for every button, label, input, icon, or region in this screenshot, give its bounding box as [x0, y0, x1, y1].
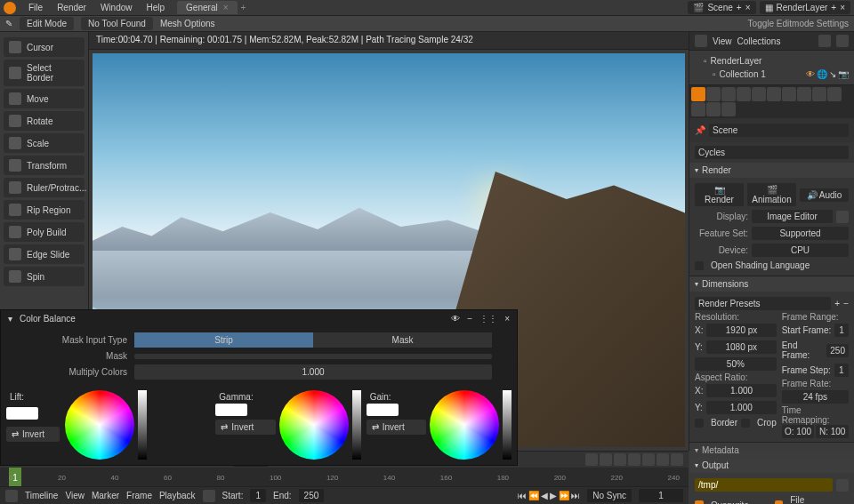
crop-checkbox[interactable] — [741, 419, 750, 428]
section-dimensions[interactable]: Dimensions — [689, 276, 854, 292]
tool-rip-region[interactable]: Rip Region — [4, 200, 85, 220]
jump-end-icon[interactable]: ⏭ — [571, 491, 580, 500]
shading-rendered-icon[interactable] — [671, 453, 683, 466]
play-reverse-icon[interactable]: ◀ — [541, 491, 548, 500]
menu-render[interactable]: Render — [50, 1, 93, 14]
globe-icon[interactable]: 🌐 — [817, 69, 827, 79]
tab-render[interactable] — [691, 87, 705, 101]
mode-selector[interactable]: Edit Mode — [20, 17, 74, 30]
gain-swatch[interactable] — [367, 404, 399, 416]
outliner-item[interactable]: ▫ Collection 1 👁 🌐 ↘ 📷 — [695, 68, 849, 81]
tab-world[interactable] — [752, 87, 766, 101]
eye-icon[interactable]: 👁 — [451, 314, 460, 324]
tool-transform[interactable]: Transform — [4, 156, 85, 175]
timeline[interactable]: 1 020406080100120140160180200220240 — [0, 468, 689, 487]
camera-icon[interactable]: 📷 — [838, 69, 849, 79]
tab-viewlayer[interactable] — [721, 87, 736, 101]
strip-button[interactable]: Strip — [134, 332, 313, 348]
remove-icon[interactable]: − — [843, 299, 849, 308]
overlay-icon[interactable] — [585, 453, 598, 466]
add-icon[interactable]: + — [834, 299, 840, 308]
close-icon[interactable]: × — [504, 314, 510, 324]
tool-select-border[interactable]: Select Border — [4, 60, 85, 86]
pin-icon[interactable]: 📌 — [695, 125, 705, 135]
mask-button[interactable]: Mask — [313, 332, 492, 348]
osl-checkbox[interactable] — [695, 261, 704, 270]
tool-ruler[interactable]: Ruler/Protrac... — [4, 178, 85, 197]
output-path[interactable]: /tmp/ — [695, 478, 833, 492]
lock-icon[interactable] — [836, 211, 849, 223]
grip-icon[interactable]: ⋮⋮ — [479, 314, 497, 324]
pivot-icon[interactable] — [614, 453, 626, 466]
tab-data[interactable] — [691, 102, 705, 116]
eye-icon[interactable]: 👁 — [806, 69, 815, 79]
shading-solid-icon[interactable] — [642, 453, 655, 466]
sync-mode[interactable]: No Sync — [587, 489, 632, 502]
tab-particles[interactable] — [797, 87, 811, 101]
render-engine[interactable]: Cycles — [695, 146, 849, 159]
multiply-slider[interactable]: 1.000 — [134, 364, 492, 380]
outliner-icon[interactable] — [695, 35, 707, 47]
tool-poly-build[interactable]: Poly Build — [4, 222, 85, 242]
editor-type-icon[interactable] — [5, 490, 18, 502]
close-icon[interactable]: × — [223, 3, 229, 12]
menu-help[interactable]: Help — [140, 1, 173, 14]
add-workspace-button[interactable]: + — [241, 3, 246, 12]
jump-start-icon[interactable]: ⏮ — [518, 491, 527, 500]
frame-start[interactable]: 1 — [834, 324, 849, 337]
outliner-collections[interactable]: Collections — [737, 36, 781, 46]
menu-file[interactable]: File — [21, 1, 50, 14]
gain-wheel[interactable] — [430, 390, 499, 460]
audio-button[interactable]: 🔊 Audio — [800, 188, 849, 202]
remove-icon[interactable]: − — [467, 314, 472, 324]
current-frame[interactable]: 1 — [639, 489, 683, 502]
gain-invert[interactable]: ⇄Invert — [367, 420, 426, 435]
snap-icon[interactable] — [600, 453, 612, 466]
fps[interactable]: 24 fps — [782, 390, 849, 404]
workspace-tab[interactable]: General × — [177, 1, 237, 14]
section-render[interactable]: Render — [689, 163, 854, 178]
res-x[interactable]: 1920 px — [706, 324, 776, 337]
frame-step[interactable]: 1 — [834, 364, 849, 377]
section-output[interactable]: Output — [689, 458, 854, 473]
active-tool[interactable]: No Tool Found — [81, 17, 153, 30]
keyframe-next-icon[interactable]: ⏩ — [559, 491, 569, 500]
autokey-icon[interactable] — [203, 490, 215, 502]
end-frame-field[interactable]: 250 — [299, 489, 325, 502]
tab-texture[interactable] — [721, 102, 736, 116]
tab-physics[interactable] — [812, 87, 826, 101]
play-icon[interactable]: ▶ — [550, 491, 557, 500]
shading-lookdev-icon[interactable] — [657, 453, 669, 466]
section-metadata[interactable]: Metadata — [689, 443, 854, 458]
scene-name[interactable]: Scene — [709, 124, 849, 137]
start-frame-field[interactable]: 1 — [250, 489, 266, 502]
overwrite-checkbox[interactable] — [695, 500, 704, 504]
tab-output[interactable] — [706, 87, 721, 101]
add-icon[interactable]: + — [831, 3, 836, 12]
render-button[interactable]: 📷 Render — [695, 183, 744, 206]
menu-frame[interactable]: Frame — [126, 491, 152, 500]
close-icon[interactable]: × — [840, 3, 845, 12]
add-icon[interactable]: + — [737, 3, 742, 12]
shading-wire-icon[interactable] — [628, 453, 640, 466]
remap-new[interactable]: N: 100 — [816, 425, 849, 438]
chevron-down-icon[interactable]: ▾ — [8, 314, 12, 324]
tab-material[interactable] — [706, 102, 721, 116]
aspect-x[interactable]: 1.000 — [706, 384, 776, 397]
filter-icon[interactable] — [836, 35, 849, 47]
mask-select[interactable] — [134, 354, 492, 359]
lift-value-slider[interactable] — [138, 390, 147, 460]
scene-selector[interactable]: 🎬 Scene + × — [688, 1, 755, 14]
tool-cursor[interactable]: Cursor — [4, 37, 85, 57]
res-pct[interactable]: 50% — [695, 357, 777, 371]
tool-move[interactable]: Move — [4, 89, 85, 108]
menu-marker[interactable]: Marker — [92, 491, 119, 500]
tab-scene[interactable] — [737, 87, 751, 101]
arrow-icon[interactable]: ↘ — [829, 69, 836, 79]
tool-scale[interactable]: Scale — [4, 133, 85, 153]
outliner-root[interactable]: ▫ RenderLayer — [695, 54, 849, 68]
toggle-editmode-settings[interactable]: Toggle Editmode Settings — [748, 19, 849, 28]
menu-view[interactable]: View — [65, 491, 85, 500]
device-select[interactable]: CPU — [752, 244, 849, 257]
lift-wheel[interactable] — [65, 390, 134, 460]
